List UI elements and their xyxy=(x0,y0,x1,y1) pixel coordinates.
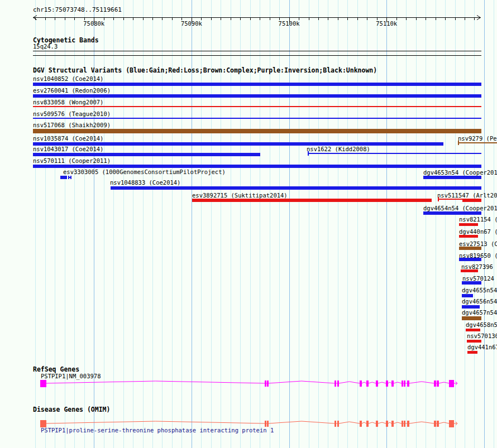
variant-bar[interactable] xyxy=(423,176,481,179)
exon-box[interactable] xyxy=(407,380,409,387)
variant-label[interactable]: nsv9279 (Per xyxy=(458,136,497,142)
variant-label[interactable]: esv2760041 (Redon2006) xyxy=(33,88,111,94)
variant-bar[interactable] xyxy=(467,351,477,354)
ruler-tick-label: 75080k xyxy=(83,21,104,27)
exon-box[interactable] xyxy=(437,380,439,387)
variant-bar[interactable] xyxy=(423,211,481,215)
variant-label[interactable]: nsv509576 (Teague2010) xyxy=(33,111,111,117)
region-title: chr15:75073748..75119661 xyxy=(33,7,122,13)
variant-bar[interactable] xyxy=(33,106,481,107)
exon-box[interactable] xyxy=(402,421,403,427)
exon-box[interactable] xyxy=(449,420,454,427)
variant-bar[interactable] xyxy=(33,94,481,98)
exon-box[interactable] xyxy=(360,380,362,387)
variant-bar[interactable] xyxy=(33,83,481,86)
exon-box[interactable] xyxy=(434,421,436,427)
exon-box[interactable] xyxy=(337,380,339,387)
exon-box[interactable] xyxy=(267,380,269,387)
exon-box[interactable] xyxy=(376,380,378,387)
variant-label[interactable]: nsv1043017 (Coe2014) xyxy=(33,146,103,152)
variant-bar[interactable] xyxy=(33,165,481,168)
exon-box[interactable] xyxy=(267,421,269,427)
variant-bar[interactable] xyxy=(111,186,481,190)
variant-label[interactable]: nsv1622 (Kidd2008) xyxy=(307,146,370,152)
exon-box[interactable] xyxy=(40,380,46,387)
exon-box[interactable] xyxy=(334,421,336,427)
variant-bar[interactable] xyxy=(192,199,432,202)
cytoband-label: 15q24.3 xyxy=(33,44,58,50)
variant-bar[interactable] xyxy=(462,294,473,297)
exon-box[interactable] xyxy=(366,421,369,427)
exon-box[interactable] xyxy=(337,421,339,427)
variant-label[interactable]: dgv440n67 (P xyxy=(459,229,497,235)
exon-box[interactable] xyxy=(386,421,388,427)
variant-label[interactable]: dgv4658n54 xyxy=(466,322,497,328)
variant-label[interactable]: nsv833058 (Wong2007) xyxy=(33,99,103,105)
exon-box[interactable] xyxy=(402,380,403,387)
variant-label[interactable]: esv3892715 (Suktitipat2014) xyxy=(192,192,288,199)
variant-label[interactable]: dgv441n67 xyxy=(467,344,497,350)
exon-box[interactable] xyxy=(360,421,362,427)
ruler-tick-label: 75090k xyxy=(181,21,202,27)
variant-label[interactable]: esv27513 (Co xyxy=(459,241,497,247)
exon-box[interactable] xyxy=(437,421,439,427)
intron-line xyxy=(46,381,457,385)
exon-box[interactable] xyxy=(334,380,336,387)
variant-bar[interactable] xyxy=(462,316,481,320)
variant-label[interactable]: nsv570124 ( xyxy=(462,276,497,282)
variant-label[interactable]: dgv4655n54 xyxy=(462,287,497,293)
variant-label[interactable]: nsv819650 (K xyxy=(459,253,497,259)
variant-label[interactable]: nsv570111 (Cooper2011) xyxy=(33,158,111,164)
variant-bar[interactable] xyxy=(308,153,481,154)
exon-box[interactable] xyxy=(449,380,454,387)
variant-bar[interactable] xyxy=(459,235,478,238)
variant-bar[interactable] xyxy=(462,199,481,202)
variant-bar[interactable] xyxy=(33,153,260,156)
exon-box[interactable] xyxy=(404,380,405,387)
exon-box[interactable] xyxy=(386,380,388,387)
ruler-tick-label: 75100k xyxy=(279,21,300,27)
exon-box[interactable] xyxy=(434,380,436,387)
variant-bar[interactable] xyxy=(467,340,481,343)
variant-label[interactable]: esv3303005 (1000GenomesConsortiumPilotPr… xyxy=(63,169,226,175)
variant-bar[interactable] xyxy=(60,176,67,179)
variant-label[interactable]: dgv4654n54 (Cooper2011 xyxy=(423,205,497,211)
omim-gene-label[interactable]: PSTPIP1|proline-serine-threonine phospha… xyxy=(41,427,274,433)
intron-line xyxy=(46,421,457,425)
exon-box[interactable] xyxy=(404,421,405,427)
dgv-track-header: DGV Structural Variants (Blue:Gain;Red:L… xyxy=(33,67,377,74)
variant-bar[interactable] xyxy=(33,129,481,133)
variant-label[interactable]: nsv821154 (J xyxy=(459,216,497,223)
exon-box[interactable] xyxy=(407,421,409,427)
exon-box[interactable] xyxy=(391,380,394,387)
variant-bar[interactable] xyxy=(459,223,478,226)
variant-label[interactable]: nsv1035874 (Coe2014) xyxy=(33,136,103,142)
variant-label[interactable]: nsv570130 xyxy=(467,333,497,339)
variant-label[interactable]: dgv4657n54 xyxy=(462,310,497,316)
cytoband-bar[interactable] xyxy=(33,51,481,56)
variant-bar[interactable] xyxy=(466,329,480,331)
variant-bar[interactable] xyxy=(458,142,497,143)
variant-label[interactable]: dgv4656n54 xyxy=(462,298,497,305)
variant-bar[interactable] xyxy=(70,176,71,179)
refseq-track-header: RefSeq Genes xyxy=(33,366,79,373)
variant-label[interactable]: dgv4653n54 (Cooper2011 xyxy=(423,170,497,176)
exon-box[interactable] xyxy=(391,421,394,427)
refseq-gene-label[interactable]: PSTPIP1|NM_003978 xyxy=(41,373,101,379)
exon-box[interactable] xyxy=(376,421,378,427)
variant-label[interactable]: nsv511547 (Arlt201 xyxy=(437,192,497,199)
exon-box[interactable] xyxy=(366,380,369,387)
variant-label[interactable]: nsv517068 (Shaikh2009) xyxy=(33,122,111,128)
exon-box[interactable] xyxy=(40,420,46,427)
exon-box[interactable] xyxy=(265,380,266,387)
variant-bar[interactable] xyxy=(33,118,481,119)
variant-bar[interactable] xyxy=(462,305,480,309)
variant-label[interactable]: nsv827396 ( xyxy=(461,264,497,270)
genome-browser: chr15:75073748..75119661 75080k75090k751… xyxy=(0,0,497,448)
exon-box[interactable] xyxy=(265,421,266,427)
variant-label[interactable]: nsv1048833 (Coe2014) xyxy=(110,180,180,186)
variant-bar[interactable] xyxy=(438,199,462,200)
variant-label[interactable]: nsv1040852 (Coe2014) xyxy=(33,76,103,82)
omim-track-header: Disease Genes (OMIM) xyxy=(33,406,110,413)
ruler-tick-label: 75110k xyxy=(376,21,397,27)
